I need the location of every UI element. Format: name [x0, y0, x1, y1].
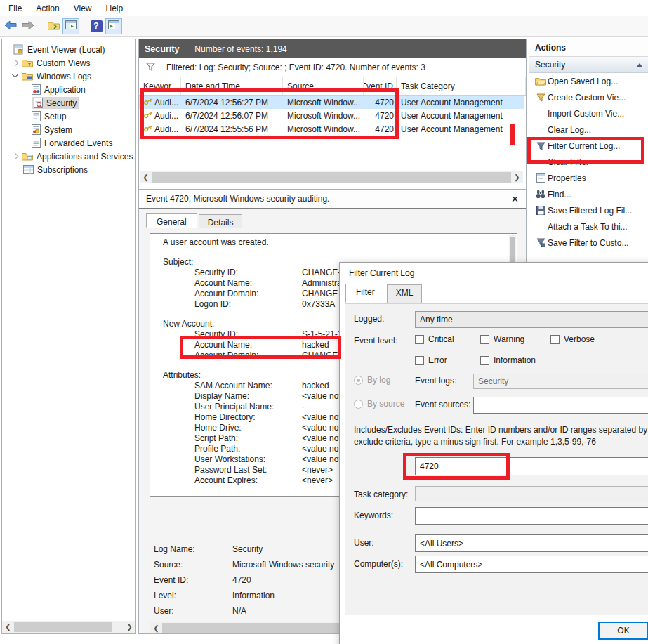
checkbox-warning[interactable]: Warning [480, 334, 524, 344]
event-row[interactable]: Audi... 6/7/2024 12:56:07 PM Microsoft W… [139, 109, 524, 122]
menu-action[interactable]: Action [29, 1, 66, 15]
filter-funnel-icon [146, 63, 155, 73]
menu-view[interactable]: View [67, 1, 99, 15]
checkbox-icon[interactable] [480, 335, 489, 344]
column-source[interactable]: Source [283, 77, 364, 95]
export-button[interactable] [45, 18, 62, 34]
tree-item-application[interactable]: Application [2, 83, 135, 96]
checkbox-icon[interactable] [415, 335, 424, 344]
folder-export-icon [48, 20, 60, 32]
tab-xml[interactable]: XML [387, 284, 423, 303]
action-clear-filter[interactable]: Clear Filter [529, 154, 648, 170]
checkbox-icon[interactable] [480, 356, 489, 365]
column-keywords[interactable]: Keywor [139, 77, 181, 95]
dialog-title: Filter Current Log [340, 263, 648, 284]
event-ids-input[interactable]: 4720 [415, 457, 648, 475]
back-icon [4, 20, 17, 32]
chevron-down-icon[interactable] [12, 71, 19, 78]
toolbar: ? [0, 16, 648, 37]
show-action-pane-button[interactable] [105, 18, 122, 34]
forward-icon [22, 20, 34, 32]
chevron-right-icon[interactable] [12, 60, 19, 67]
ok-button[interactable]: OK [598, 622, 648, 640]
detail-title: Event 4720, Microsoft Windows security a… [146, 194, 511, 204]
action-import-custom-view[interactable]: Import Custom Vie... [529, 105, 648, 121]
action-filter-current-log[interactable]: Filter Current Log... [529, 138, 648, 154]
checkbox-information[interactable]: Information [480, 355, 536, 365]
console-tree-icon [65, 20, 77, 32]
logged-combobox[interactable]: Any time [415, 311, 648, 328]
menu-help[interactable]: Help [99, 1, 131, 15]
log-header-bar: Security Number of events: 1,194 [139, 39, 526, 58]
radio-by-log[interactable]: By log [354, 375, 390, 385]
includes-text-line1: Includes/Excludes Event IDs: Enter ID nu… [354, 425, 648, 435]
checkbox-icon[interactable] [415, 356, 424, 365]
setup-log-icon [32, 111, 41, 121]
selected-highlight: Security [32, 97, 79, 109]
radio-icon[interactable] [354, 400, 363, 409]
collapse-icon[interactable] [637, 63, 642, 67]
tab-filter[interactable]: Filter [345, 284, 385, 303]
event-row[interactable]: Audi... 6/7/2024 12:56:27 PM Microsoft W… [139, 96, 524, 109]
checkbox-critical[interactable]: Critical [415, 334, 454, 344]
help-button[interactable]: ? [88, 18, 105, 34]
detail-title-bar: Event 4720, Microsoft Windows security a… [139, 190, 526, 209]
tree-item-setup[interactable]: Setup [2, 110, 135, 123]
checkbox-icon[interactable] [550, 335, 560, 344]
chevron-right-icon[interactable] [12, 153, 19, 160]
tree-item-forwarded-events[interactable]: Forwarded Events [2, 136, 135, 150]
task-category-label: Task category: [354, 489, 408, 499]
scroll-left-icon[interactable]: ❮ [2, 621, 14, 633]
back-button[interactable] [2, 18, 19, 34]
action-create-custom-view[interactable]: Create Custom Vie... [529, 89, 648, 105]
close-icon[interactable]: ✕ [511, 194, 519, 204]
event-description: A user account was created. [163, 237, 517, 248]
event-sources-combobox[interactable] [473, 397, 648, 414]
tab-details[interactable]: Details [199, 214, 243, 228]
scroll-right-icon[interactable]: ❯ [511, 171, 523, 183]
scroll-right-icon[interactable]: ❯ [124, 621, 135, 633]
action-save-filter-to-custom-view[interactable]: Save Filter to Custo... [529, 235, 648, 251]
actions-group-security[interactable]: Security [529, 57, 648, 73]
event-row[interactable]: Audi... 6/7/2024 12:55:56 PM Microsoft W… [139, 122, 524, 136]
filter-status-bar: Filtered: Log: Security; Source: ; Event… [139, 58, 526, 77]
column-event-id[interactable]: Event ID [364, 77, 397, 95]
keywords-input[interactable] [415, 507, 648, 525]
action-clear-log[interactable]: Clear Log... [529, 121, 648, 138]
radio-by-source[interactable]: By source [354, 399, 404, 409]
scroll-left-icon[interactable]: ❮ [150, 622, 162, 634]
radio-icon[interactable] [354, 376, 363, 385]
action-attach-task[interactable]: Attach a Task To thi... [529, 218, 648, 235]
tree-item-system[interactable]: System [2, 123, 135, 136]
task-category-input[interactable] [415, 486, 648, 501]
tree-item-custom-views[interactable]: Custom Views [2, 56, 135, 70]
find-binoculars-icon [534, 190, 548, 199]
tree-horizontal-scrollbar[interactable]: ❮ ❯ [2, 621, 135, 633]
tab-general[interactable]: General [146, 213, 197, 228]
column-date-time[interactable]: Date and Time [181, 77, 283, 95]
show-console-tree-button[interactable] [62, 18, 79, 34]
checkbox-error[interactable]: Error [415, 355, 447, 365]
events-horizontal-scrollbar[interactable]: ❮ ❯ [140, 171, 523, 183]
tree-item-event-viewer[interactable]: Event Viewer (Local) [2, 43, 135, 56]
user-input[interactable]: <All Users> [415, 534, 648, 552]
log-title: Security [145, 44, 179, 54]
tree-item-windows-logs[interactable]: Windows Logs [2, 70, 135, 83]
scrollbar-thumb[interactable] [152, 172, 511, 183]
scroll-left-icon[interactable]: ❮ [140, 171, 152, 183]
tree-item-applications-services[interactable]: Applications and Services Lo [2, 150, 135, 163]
action-properties[interactable]: Properties [529, 170, 648, 186]
checkbox-verbose[interactable]: Verbose [550, 334, 595, 344]
computers-input[interactable]: <All Computers> [415, 556, 648, 573]
action-save-filtered-log[interactable]: Save Filtered Log Fil... [529, 202, 648, 218]
tree-item-subscriptions[interactable]: Subscriptions [2, 163, 135, 176]
scrollbar-thumb[interactable] [14, 622, 112, 632]
tree-item-security[interactable]: Security [2, 96, 135, 110]
menu-file[interactable]: File [1, 1, 29, 15]
action-open-saved-log[interactable]: Open Saved Log... [529, 73, 648, 89]
event-sources-label: Event sources: [415, 400, 470, 409]
action-find[interactable]: Find... [529, 186, 648, 202]
forward-button[interactable] [20, 18, 37, 34]
column-task-category[interactable]: Task Category [397, 77, 526, 95]
event-logs-combobox[interactable]: Security [473, 374, 648, 389]
